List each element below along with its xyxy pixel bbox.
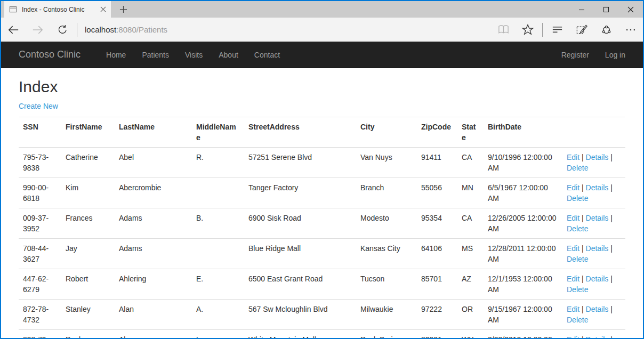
row-action-edit-link[interactable]: Edit [567, 335, 579, 338]
share-icon[interactable] [594, 18, 618, 42]
nav-item-home[interactable]: Home [98, 42, 134, 68]
row-action-delete-link[interactable]: Delete [567, 285, 588, 294]
cell-city: Van Nuys [356, 148, 417, 178]
cell-streetaddress: Tanger Factory [244, 178, 356, 208]
nav-item-about[interactable]: About [211, 42, 246, 68]
cell-middlename [192, 178, 244, 208]
forward-icon[interactable] [26, 18, 50, 42]
brand-link[interactable]: Contoso Clinic [11, 49, 88, 60]
address-bar[interactable]: localhost:8080/Patients [79, 22, 491, 38]
close-window-button[interactable] [618, 1, 643, 18]
row-action-edit-link[interactable]: Edit [567, 305, 579, 313]
cell-lastname: Alan [115, 300, 192, 330]
cell-middlename: E. [192, 269, 244, 300]
cell-streetaddress: 567 Sw Mcloughlin Blvd [244, 300, 356, 330]
cell-actions: Edit | Details | Delete [562, 269, 625, 300]
login-link[interactable]: Log in [597, 42, 633, 68]
browser-tab[interactable]: Index - Contoso Clinic [4, 1, 111, 18]
column-header-actions [562, 117, 625, 148]
row-action-details-link[interactable]: Details [586, 153, 609, 162]
cell-birthdate: 9/15/1967 12:00:00 AM [484, 300, 562, 330]
row-action-edit-link[interactable]: Edit [567, 275, 579, 283]
table-row: 898-79-3704 Paul Alcorn L. White Mountai… [19, 330, 625, 338]
cell-ssn: 990-00-6818 [19, 178, 61, 208]
refresh-icon[interactable] [50, 18, 75, 42]
cell-zipcode: 97222 [417, 300, 457, 330]
cell-state: AZ [457, 269, 484, 300]
cell-birthdate: 9/10/1996 12:00:00 AM [484, 148, 562, 178]
browser-window: Index - Contoso Clinic [0, 0, 644, 339]
table-row: 708-44-3627 Jay Adams Blue Ridge Mall Ka… [19, 239, 625, 269]
site-navbar: Contoso Clinic Home Patients Visits Abou… [1, 42, 643, 68]
cell-streetaddress: 6900 Sisk Road [244, 208, 356, 239]
column-header-firstname: FirstName [61, 117, 115, 148]
nav-links: Home Patients Visits About Contact [98, 42, 288, 68]
cell-birthdate: 6/5/1967 12:00:00 AM [484, 178, 562, 208]
row-action-edit-link[interactable]: Edit [567, 244, 579, 253]
row-action-details-link[interactable]: Details [586, 305, 609, 313]
cell-actions: Edit | Details | Delete [562, 330, 625, 338]
cell-city: Tucson [356, 269, 417, 300]
new-tab-button[interactable] [111, 1, 135, 18]
row-action-details-link[interactable]: Details [586, 214, 609, 222]
tab-strip: Index - Contoso Clinic [1, 1, 643, 18]
cell-firstname: Stanley [61, 300, 115, 330]
row-action-delete-link[interactable]: Delete [567, 164, 588, 172]
create-new-link[interactable]: Create New [19, 102, 58, 110]
cell-lastname: Ahlering [115, 269, 192, 300]
column-header-state: State [457, 117, 484, 148]
column-header-streetaddress: StreetAddress [244, 117, 356, 148]
cell-streetaddress: Blue Ridge Mall [244, 239, 356, 269]
cell-zipcode: 95354 [417, 208, 457, 239]
row-action-edit-link[interactable]: Edit [567, 183, 579, 192]
row-action-edit-link[interactable]: Edit [567, 214, 579, 222]
cell-city: Rock Springs [356, 330, 417, 338]
table-header-row: SSN FirstName LastName MiddleName Street… [19, 117, 625, 148]
row-action-delete-link[interactable]: Delete [567, 194, 588, 203]
cell-middlename [192, 239, 244, 269]
cell-zipcode: 82901 [417, 330, 457, 338]
row-action-delete-link[interactable]: Delete [567, 224, 588, 233]
table-row: 447-62-6279 Robert Ahlering E. 6500 East… [19, 269, 625, 300]
cell-ssn: 708-44-3627 [19, 239, 61, 269]
cell-birthdate: 12/26/2005 12:00:00 AM [484, 208, 562, 239]
table-row: 990-00-6818 Kim Abercrombie Tanger Facto… [19, 178, 625, 208]
cell-firstname: Kim [61, 178, 115, 208]
table-row: 795-73-9838 Catherine Abel R. 57251 Sere… [19, 148, 625, 178]
nav-item-contact[interactable]: Contact [246, 42, 288, 68]
row-action-edit-link[interactable]: Edit [567, 153, 579, 162]
nav-item-visits[interactable]: Visits [177, 42, 211, 68]
back-icon[interactable] [1, 18, 26, 42]
row-action-delete-link[interactable]: Delete [567, 255, 588, 263]
row-action-delete-link[interactable]: Delete [567, 316, 588, 324]
row-action-details-link[interactable]: Details [586, 244, 609, 253]
more-options-icon[interactable] [618, 18, 643, 42]
cell-actions: Edit | Details | Delete [562, 300, 625, 330]
toolbar-divider [542, 23, 543, 37]
column-header-zipcode: ZipCode [417, 117, 457, 148]
cell-state: OR [457, 300, 484, 330]
cell-city: Branch [356, 178, 417, 208]
cell-city: Kansas City [356, 239, 417, 269]
cell-zipcode: 85701 [417, 269, 457, 300]
cell-lastname: Adams [115, 239, 192, 269]
cell-state: WY [457, 330, 484, 338]
maximize-button[interactable] [594, 1, 618, 18]
cell-zipcode: 64106 [417, 239, 457, 269]
row-action-details-link[interactable]: Details [586, 183, 609, 192]
row-action-details-link[interactable]: Details [586, 275, 609, 283]
row-action-details-link[interactable]: Details [586, 335, 609, 338]
column-header-lastname: LastName [115, 117, 192, 148]
web-note-icon[interactable] [569, 18, 594, 42]
hub-icon[interactable] [545, 18, 569, 42]
reading-view-icon[interactable] [491, 18, 516, 42]
register-link[interactable]: Register [553, 42, 597, 68]
tab-close-icon[interactable] [100, 6, 106, 12]
cell-firstname: Catherine [61, 148, 115, 178]
nav-item-patients[interactable]: Patients [134, 42, 177, 68]
page-title: Index [19, 78, 625, 95]
cell-firstname: Frances [61, 208, 115, 239]
minimize-button[interactable] [569, 1, 594, 18]
favorites-star-icon[interactable] [516, 18, 540, 42]
cell-middlename: R. [192, 148, 244, 178]
